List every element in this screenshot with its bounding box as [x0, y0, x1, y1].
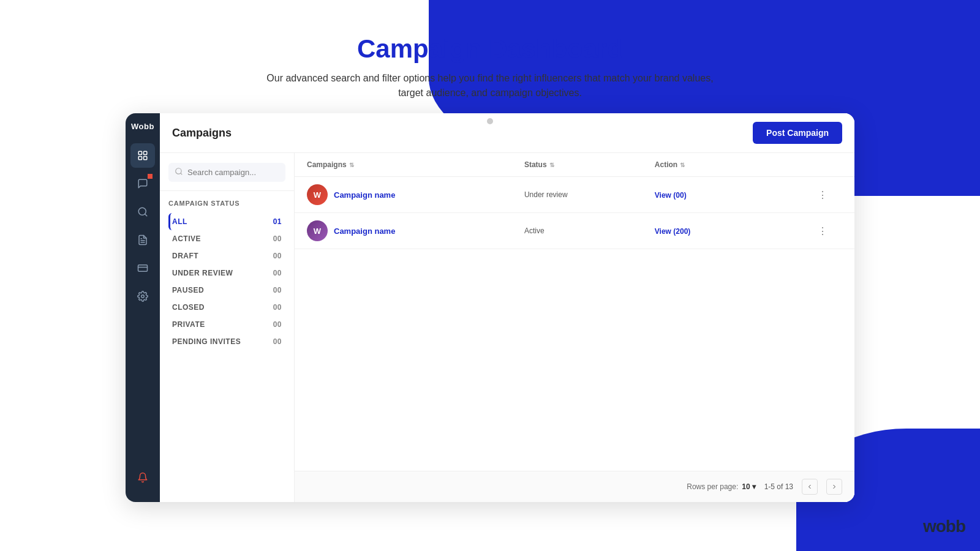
col-header-status: Status ⇅ [524, 160, 655, 169]
filter-panel: CAMPAIGN STATUS ALL 01 ACTIVE 00 DRAFT 0… [160, 153, 295, 502]
sidebar-item-settings[interactable] [130, 284, 155, 309]
status-list: ALL 01 ACTIVE 00 DRAFT 00 UNDER REVIEW 0… [168, 213, 285, 350]
sidebar-item-dashboard[interactable] [130, 143, 155, 168]
more-options-button[interactable]: ⋮ [818, 189, 827, 201]
table-area: Campaigns ⇅ Status ⇅ Action ⇅ [295, 153, 854, 502]
search-input-wrap [168, 163, 285, 182]
status-label: UNDER REVIEW [172, 269, 233, 277]
campaign-cell: W Campaign name [307, 184, 524, 205]
sidebar-logo: Wobb [131, 122, 154, 131]
sidebar-item-search[interactable] [130, 200, 155, 224]
status-item-draft[interactable]: DRAFT 00 [168, 247, 285, 264]
avatar: W [307, 220, 328, 241]
svg-point-10 [141, 295, 145, 298]
rows-per-page-label: Rows per page: [687, 482, 738, 491]
action-link[interactable]: View (00) [655, 191, 687, 200]
rows-per-page-select[interactable]: 10 ▾ [742, 482, 755, 491]
sidebar-item-cards[interactable] [130, 256, 155, 280]
more-options-button[interactable]: ⋮ [818, 225, 827, 237]
pagination-prev-button[interactable] [802, 479, 818, 495]
message-badge [148, 174, 153, 179]
campaign-status-label: CAMPAIGN STATUS [168, 200, 285, 207]
campaign-name[interactable]: Campaign name [334, 227, 395, 236]
table-header: Campaigns ⇅ Status ⇅ Action ⇅ [295, 153, 854, 177]
status-badge: Active [524, 227, 655, 235]
table-body: W Campaign name Under review View (00) ⋮… [295, 177, 854, 471]
status-count: 00 [273, 320, 282, 329]
sort-icon-action: ⇅ [680, 162, 685, 168]
grid-icon [137, 150, 148, 161]
action-cell: View (200) [655, 225, 818, 236]
sort-icon-status: ⇅ [549, 162, 554, 168]
table-footer: Rows per page: 10 ▾ 1-5 of 13 [295, 471, 854, 502]
campaigns-title: Campaigns [172, 127, 232, 140]
status-item-closed[interactable]: CLOSED 00 [168, 299, 285, 316]
svg-rect-2 [138, 157, 141, 160]
status-count: 00 [273, 286, 282, 294]
status-count: 00 [273, 252, 282, 260]
top-bar: Campaigns Post Campaign [160, 113, 854, 153]
status-item-all[interactable]: ALL 01 [168, 213, 285, 230]
page-title: Campaign Dashboard [357, 34, 623, 64]
sort-icon-campaigns: ⇅ [349, 162, 354, 168]
app-window: Wobb [126, 113, 854, 502]
settings-icon [137, 291, 148, 302]
status-count: 00 [273, 337, 282, 346]
status-label: PENDING INVITES [172, 337, 241, 346]
svg-rect-0 [138, 151, 141, 154]
status-count: 01 [273, 217, 282, 226]
notification-icon [137, 472, 148, 483]
more-cell: ⋮ [818, 189, 842, 201]
search-icon [175, 167, 183, 178]
drag-handle [487, 118, 493, 124]
col-header-campaigns: Campaigns ⇅ [307, 160, 524, 169]
document-icon [137, 234, 148, 246]
status-label: PAUSED [172, 286, 204, 294]
status-item-paused[interactable]: PAUSED 00 [168, 282, 285, 299]
action-cell: View (00) [655, 189, 818, 200]
status-label: ALL [172, 217, 187, 226]
rows-per-page-container: Rows per page: 10 ▾ [687, 482, 755, 491]
status-item-private[interactable]: PRIVATE 00 [168, 316, 285, 333]
status-item-under-review[interactable]: UNDER REVIEW 00 [168, 264, 285, 282]
status-label: PRIVATE [172, 320, 205, 329]
sidebar: Wobb [126, 113, 160, 502]
pagination-info: 1-5 of 13 [764, 482, 793, 491]
content-body: CAMPAIGN STATUS ALL 01 ACTIVE 00 DRAFT 0… [160, 153, 854, 502]
wobb-brand: wobb [923, 517, 965, 536]
pagination-next-button[interactable] [826, 479, 842, 495]
header-section: Campaign Dashboard Our advanced search a… [0, 0, 980, 122]
card-icon [137, 263, 148, 274]
status-count: 00 [273, 303, 282, 312]
search-container [160, 163, 294, 191]
svg-rect-1 [144, 151, 147, 154]
status-count: 00 [273, 269, 282, 277]
sidebar-item-messages[interactable] [130, 171, 155, 196]
action-link[interactable]: View (200) [655, 227, 690, 236]
chevron-right-icon [831, 483, 838, 490]
svg-line-12 [181, 173, 183, 175]
status-label: CLOSED [172, 303, 205, 312]
campaign-cell: W Campaign name [307, 220, 524, 241]
avatar: W [307, 184, 328, 205]
chat-icon [137, 178, 148, 189]
status-item-pending-invites[interactable]: PENDING INVITES 00 [168, 333, 285, 350]
status-count: 00 [273, 234, 282, 243]
search-input[interactable] [187, 168, 279, 177]
status-label: ACTIVE [172, 234, 201, 243]
campaign-name[interactable]: Campaign name [334, 190, 395, 200]
page-subtitle: Our advanced search and filter options h… [263, 71, 717, 100]
sidebar-item-notifications[interactable] [130, 465, 155, 490]
sidebar-item-documents[interactable] [130, 228, 155, 252]
svg-rect-8 [138, 265, 148, 272]
svg-point-11 [176, 168, 181, 174]
main-content: Campaigns Post Campaign [160, 113, 854, 502]
svg-line-5 [145, 214, 146, 216]
svg-rect-3 [144, 157, 147, 160]
table-row: W Campaign name Active View (200) ⋮ [295, 213, 854, 249]
status-item-active[interactable]: ACTIVE 00 [168, 230, 285, 247]
status-section: CAMPAIGN STATUS ALL 01 ACTIVE 00 DRAFT 0… [160, 191, 294, 354]
chevron-left-icon [806, 483, 813, 490]
more-cell: ⋮ [818, 225, 842, 237]
post-campaign-button[interactable]: Post Campaign [753, 122, 842, 144]
